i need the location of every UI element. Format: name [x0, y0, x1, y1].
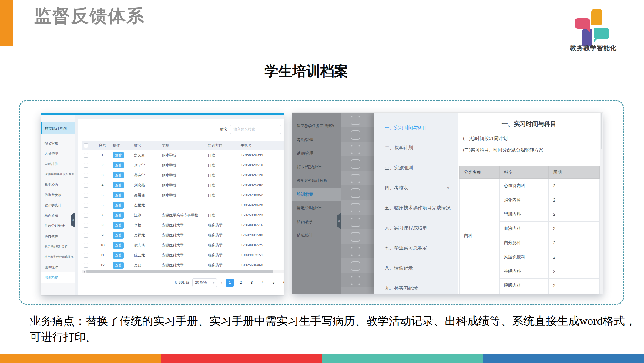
col-name: 姓名 — [133, 141, 161, 150]
table-row: 内科 心血管内科 2 — [460, 179, 600, 193]
cell-direction: 临床药学 — [207, 260, 240, 270]
sidebar-item-jingli[interactable]: 教学经历 — [41, 179, 75, 190]
row-checkbox[interactable] — [84, 193, 88, 198]
row-checkbox[interactable] — [84, 163, 88, 168]
view-button[interactable]: 查看 — [113, 182, 124, 188]
sidebar-item-paiban[interactable]: 自动排班 — [41, 159, 75, 169]
page-button-6[interactable]: 6 — [280, 279, 284, 287]
row-checkbox[interactable] — [84, 253, 88, 258]
row-checkbox[interactable] — [84, 203, 88, 208]
section-item-5[interactable]: 五、临床技术操作项目完成情况... — [374, 202, 458, 214]
menu-item-qingjia[interactable]: 请假管理 — [292, 147, 341, 160]
view-button[interactable]: 查看 — [113, 212, 124, 219]
sidebar-item-lunzhuan[interactable]: 轮转微调/终止实习查询 — [41, 169, 75, 179]
menu-item-renwu[interactable]: 科室教学任务完成情况 — [292, 119, 341, 133]
sidebar-item-renyuan[interactable]: 人员管理 — [41, 148, 75, 159]
cell-name: 吴祥龙 — [133, 230, 161, 240]
logo-pink-tail — [586, 28, 590, 32]
row-checkbox[interactable] — [84, 183, 88, 188]
row-checkbox[interactable] — [84, 173, 88, 178]
checkbox-ghost — [351, 188, 360, 198]
cell-direction — [207, 200, 240, 210]
page-size-select[interactable]: 20条/页 ▾ — [192, 278, 217, 287]
section-item-2[interactable]: 二、教学计划 — [374, 142, 458, 154]
section-item-6[interactable]: 六、实习课程成绩单 — [374, 222, 458, 234]
cell-direction: 口腔 — [207, 190, 240, 200]
section-item-8[interactable]: 八、请假记录 — [374, 262, 458, 274]
row-checkbox[interactable] — [84, 233, 88, 238]
row-checkbox[interactable] — [84, 243, 88, 248]
section-item-4[interactable]: 四、考核表 ∨ — [374, 182, 458, 194]
page-button-1[interactable]: 1 — [226, 279, 234, 287]
sidebar-item-pingjia[interactable]: 教学评价统计分析 — [41, 241, 75, 252]
view-button[interactable]: 查看 — [113, 252, 124, 259]
menu-item-zhiban[interactable]: 值班统计 — [292, 229, 341, 242]
page-button-4[interactable]: 4 — [259, 279, 267, 287]
logo-teal-tail — [594, 39, 598, 42]
view-button[interactable]: 查看 — [113, 232, 124, 239]
sidebar-item-zhannei[interactable]: 站内通知 — [41, 210, 75, 221]
view-button[interactable]: 查看 — [113, 162, 124, 168]
row-checkbox[interactable] — [84, 223, 88, 228]
prev-page-icon[interactable]: ‹ — [220, 280, 223, 285]
checkbox-ghost — [351, 116, 360, 125]
sidebar-item-daijiao[interactable]: 带教学时统计 — [41, 221, 75, 231]
view-button[interactable]: 查看 — [113, 242, 124, 249]
table-row: 1查看焦文霖丽水学院口腔17858920399 — [82, 150, 284, 160]
cell-dept: 胃肠外科 — [500, 293, 549, 294]
sidebar-item-renwu[interactable]: 科室教学任务完成情况 — [41, 252, 75, 262]
row-checkbox[interactable] — [84, 153, 88, 158]
sidebar-item-zhibanfei[interactable]: 值班费发放 — [41, 190, 75, 200]
menu-item-kenei[interactable]: 科内教学 — [292, 215, 341, 229]
sidebar-item-zhiban[interactable]: 值班统计 — [41, 262, 75, 272]
select-all-checkbox[interactable] — [84, 143, 88, 148]
search-input[interactable] — [230, 125, 281, 134]
page-button-2[interactable]: 2 — [237, 279, 245, 287]
view-button[interactable]: 查看 — [113, 222, 124, 229]
slide: 监督反馈体系 教务教学智能化 学生培训档案 数据统计查询 报名审核 人员管理 自… — [0, 0, 644, 363]
row-checkbox[interactable] — [84, 213, 88, 218]
menu-item-kaoqin[interactable]: 考勤管理 — [292, 133, 341, 147]
section-item-9[interactable]: 九、补实习纪录 — [374, 282, 458, 294]
section-item-3[interactable]: 三、实施细则 — [374, 162, 458, 174]
menu-item-daka[interactable]: 打卡情况统计 — [292, 160, 341, 174]
view-button[interactable]: 查看 — [113, 152, 124, 158]
archive-content: 一、实习时间与科目 (一)总时间按51周计划 (二)实习科目、时间分配及分组轮转… — [458, 113, 603, 294]
horizontal-scrollbar[interactable]: ◂ — [82, 270, 284, 273]
cell-school: 丽水学院 — [161, 180, 207, 190]
cell-name: 焦文霖 — [133, 150, 161, 160]
view-button[interactable]: 查看 — [113, 192, 124, 198]
section-item-1[interactable]: 一、实习时间与科目 — [374, 122, 458, 134]
view-button[interactable]: 查看 — [113, 202, 124, 209]
section-item-7[interactable]: 七、毕业实习总鉴定 — [374, 242, 458, 254]
footer-bar-orange — [0, 354, 161, 363]
scroll-left-icon[interactable]: ◂ — [82, 270, 86, 273]
sidebar-item-jiaoping[interactable]: 教评学统计 — [41, 200, 75, 210]
view-button[interactable]: 查看 — [113, 172, 124, 178]
sidebar-item-baoming[interactable]: 报名审核 — [41, 138, 75, 148]
brand-logo: 教务教学智能化 — [568, 7, 619, 53]
table-row: 6查看左世龙19856028628 — [82, 200, 284, 210]
cell-dept: 呼吸内科 — [500, 279, 549, 293]
page-button-5[interactable]: 5 — [270, 279, 277, 287]
vertical-scrollbar[interactable] — [600, 113, 603, 294]
sidebar-item-peixun[interactable]: 培训档案 — [41, 272, 75, 283]
pagination-total: 共 691 条 — [174, 280, 190, 285]
view-button[interactable]: 查看 — [113, 262, 124, 269]
menu-item-pingjia[interactable]: 教学评价统计分析 — [292, 174, 341, 188]
menu-item-daijiao[interactable]: 带教学时统计 — [292, 201, 341, 215]
scrollbar-thumb[interactable] — [86, 270, 273, 273]
sidebar-item-keneijx[interactable]: 科内教学 — [41, 231, 75, 241]
scrollbar-thumb[interactable] — [601, 113, 602, 149]
row-checkbox[interactable] — [84, 263, 88, 268]
cell-school: 安徽医科大学 — [161, 230, 207, 240]
cell-phone: 19856028628 — [240, 200, 284, 210]
cell-direction: 口腔 — [207, 150, 240, 160]
table-row: 5查看吴晨璐丽水学院口腔17369798852 — [82, 190, 284, 200]
screenshot-student-list: 数据统计查询 报名审核 人员管理 自动排班 轮转微调/终止实习查询 教学经历 值… — [41, 113, 284, 295]
cell-weeks: 8 — [549, 293, 600, 294]
cell-direction: 临床药学 — [207, 250, 240, 260]
page-button-3[interactable]: 3 — [248, 279, 256, 287]
menu-item-peixun[interactable]: 培训档案 — [292, 188, 341, 201]
cell-weeks: 2 — [549, 264, 600, 279]
